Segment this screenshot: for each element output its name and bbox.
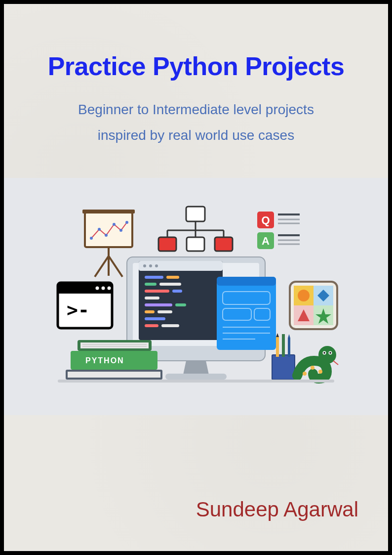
svg-rect-49: [145, 324, 158, 327]
svg-line-93: [333, 361, 338, 365]
svg-rect-47: [157, 310, 172, 313]
svg-line-9: [95, 256, 109, 277]
svg-rect-46: [145, 310, 155, 313]
svg-rect-86: [288, 338, 290, 357]
subtitle-line-1: Beginner to Intermediate level projects: [78, 102, 314, 117]
svg-point-62: [102, 286, 105, 290]
book-cover: Practice Python Projects Beginner to Int…: [0, 0, 392, 555]
svg-rect-1: [82, 210, 135, 213]
svg-rect-43: [145, 297, 159, 299]
svg-marker-84: [276, 333, 279, 337]
svg-rect-75: [80, 342, 149, 348]
svg-rect-0: [85, 213, 132, 247]
author-block: Sundeep Agarwal: [4, 415, 388, 551]
svg-point-94: [303, 372, 307, 376]
author-name: Sundeep Agarwal: [196, 498, 358, 521]
svg-point-6: [119, 229, 122, 232]
svg-point-2: [90, 237, 93, 240]
qa-q-label: Q: [261, 214, 270, 226]
svg-point-35: [149, 264, 152, 267]
header-block: Practice Python Projects Beginner to Int…: [4, 4, 388, 148]
svg-point-7: [125, 221, 128, 224]
svg-point-70: [298, 290, 310, 301]
svg-point-61: [96, 286, 99, 290]
hierarchy-icon: [158, 207, 233, 251]
page-subtitle: Beginner to Intermediate level projects …: [4, 97, 388, 148]
svg-rect-45: [175, 303, 186, 306]
subtitle-line-2: inspired by real world use cases: [98, 128, 294, 143]
page-title: Practice Python Projects: [4, 51, 388, 81]
svg-rect-50: [161, 324, 179, 327]
svg-marker-87: [288, 334, 290, 338]
svg-point-95: [311, 366, 314, 370]
svg-point-34: [143, 264, 146, 267]
svg-rect-32: [139, 261, 223, 340]
dialog-window-icon: [217, 277, 276, 350]
svg-rect-12: [186, 207, 205, 221]
svg-point-3: [98, 228, 101, 231]
svg-text:>-: >-: [67, 299, 89, 321]
svg-point-36: [155, 264, 158, 267]
svg-rect-81: [272, 355, 295, 380]
svg-rect-41: [145, 290, 169, 293]
svg-rect-48: [145, 317, 165, 320]
svg-point-96: [318, 370, 322, 374]
cover-illustration: Q A: [38, 198, 354, 395]
terminal-icon: >-: [58, 283, 112, 328]
svg-point-4: [105, 234, 108, 237]
svg-point-91: [323, 352, 325, 353]
svg-rect-97: [58, 380, 334, 383]
svg-rect-37: [145, 276, 163, 279]
svg-rect-52: [217, 277, 276, 286]
qa-icon: Q A: [257, 212, 300, 249]
svg-rect-85: [282, 334, 285, 357]
svg-rect-83: [276, 337, 279, 357]
snake-icon: [297, 346, 338, 379]
svg-rect-20: [215, 237, 233, 251]
svg-rect-40: [159, 283, 181, 286]
svg-point-63: [108, 286, 111, 290]
illustration-banner: Q A: [4, 178, 388, 415]
code-editor-icon: [139, 261, 223, 340]
svg-rect-31: [165, 374, 227, 380]
shapes-grid-icon: [290, 282, 337, 329]
svg-point-92: [329, 352, 331, 353]
book-spine-label: PYTHON: [85, 356, 124, 365]
svg-rect-19: [187, 237, 204, 251]
svg-rect-44: [145, 303, 172, 306]
svg-rect-18: [158, 237, 176, 251]
svg-rect-38: [166, 276, 179, 279]
svg-rect-39: [145, 283, 157, 286]
svg-rect-42: [172, 290, 182, 293]
svg-line-10: [109, 256, 122, 277]
svg-rect-80: [68, 372, 160, 378]
books-icon: PYTHON: [66, 340, 162, 380]
svg-point-5: [113, 223, 116, 226]
qa-a-label: A: [262, 235, 270, 247]
